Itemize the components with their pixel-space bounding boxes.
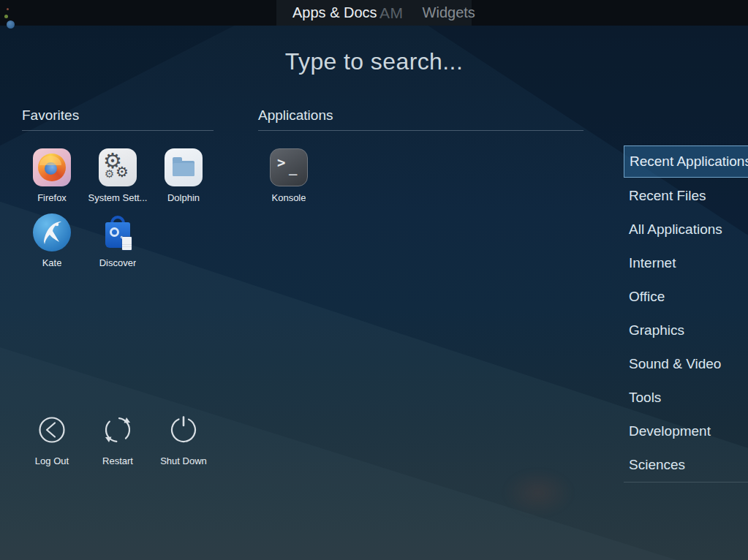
desktop-dot-blue bbox=[7, 20, 15, 29]
konsole-icon: >_ bbox=[270, 148, 308, 186]
restart-icon bbox=[102, 414, 134, 446]
favorites-grid: Firefox ⚙⚙⚙ System Sett... Dolphin Kate bbox=[19, 148, 224, 268]
category-internet[interactable]: Internet bbox=[624, 246, 748, 280]
applications-section-header: Applications bbox=[258, 107, 583, 131]
applications-title: Applications bbox=[258, 107, 583, 131]
category-recent-files[interactable]: Recent Files bbox=[624, 179, 748, 213]
app-label: System Sett... bbox=[88, 192, 148, 203]
session-label: Restart bbox=[102, 455, 133, 466]
tab-strip: AM Apps & Docs Widgets bbox=[276, 0, 472, 26]
category-office[interactable]: Office bbox=[624, 280, 748, 314]
system-settings-icon: ⚙⚙⚙ bbox=[99, 148, 137, 186]
app-dolphin[interactable]: Dolphin bbox=[151, 148, 216, 203]
app-label: Firefox bbox=[37, 192, 67, 203]
app-label: Kate bbox=[42, 257, 62, 268]
app-label: Discover bbox=[99, 257, 137, 268]
clock-ghost-text: AM bbox=[379, 0, 404, 26]
app-kate[interactable]: Kate bbox=[19, 213, 85, 268]
category-tools[interactable]: Tools bbox=[624, 381, 748, 415]
app-label: Konsole bbox=[272, 192, 306, 203]
desktop-dot-green bbox=[4, 15, 8, 18]
session-actions: Log Out Restart Shut Down bbox=[19, 414, 216, 466]
category-development[interactable]: Development bbox=[624, 415, 748, 448]
app-firefox[interactable]: Firefox bbox=[19, 148, 85, 203]
tab-widgets[interactable]: Widgets bbox=[423, 0, 475, 26]
logout-icon bbox=[36, 414, 68, 446]
applications-grid: >_ Konsole bbox=[256, 148, 461, 203]
category-all-applications[interactable]: All Applications bbox=[624, 213, 748, 246]
session-label: Log Out bbox=[35, 455, 69, 466]
search-input[interactable]: Type to search... bbox=[0, 48, 748, 75]
wallpaper-smudge bbox=[503, 469, 573, 516]
favorites-section-header: Favorites bbox=[22, 107, 214, 131]
app-label: Dolphin bbox=[167, 192, 200, 203]
app-konsole[interactable]: >_ Konsole bbox=[256, 148, 322, 203]
category-list: Recent Applications Recent Files All App… bbox=[624, 145, 748, 483]
category-graphics[interactable]: Graphics bbox=[624, 314, 748, 347]
kate-icon bbox=[33, 213, 71, 251]
top-bar: AM Apps & Docs Widgets bbox=[0, 0, 748, 26]
logout-button[interactable]: Log Out bbox=[19, 414, 85, 466]
shutdown-icon bbox=[167, 414, 200, 446]
app-discover[interactable]: Discover bbox=[85, 213, 151, 268]
favorites-title: Favorites bbox=[22, 107, 214, 131]
firefox-icon bbox=[33, 148, 71, 186]
shutdown-button[interactable]: Shut Down bbox=[151, 414, 216, 466]
desktop-dot-red bbox=[7, 8, 9, 10]
app-system-settings[interactable]: ⚙⚙⚙ System Sett... bbox=[85, 148, 151, 203]
category-sciences[interactable]: Sciences bbox=[624, 448, 748, 482]
category-recent-applications[interactable]: Recent Applications bbox=[624, 145, 748, 178]
tab-apps-docs[interactable]: Apps & Docs bbox=[292, 0, 377, 26]
restart-button[interactable]: Restart bbox=[85, 414, 151, 466]
category-sound-video[interactable]: Sound & Video bbox=[624, 347, 748, 381]
app-dashboard: AM Apps & Docs Widgets Type to search...… bbox=[0, 0, 748, 560]
discover-icon bbox=[99, 213, 137, 251]
session-label: Shut Down bbox=[160, 455, 207, 466]
dolphin-icon bbox=[165, 148, 203, 186]
